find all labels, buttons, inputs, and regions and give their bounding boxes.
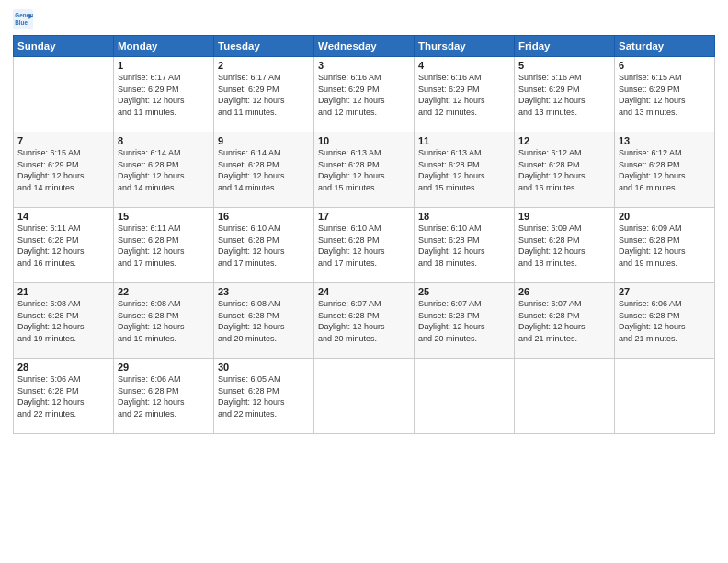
day-info: Sunrise: 6:13 AM Sunset: 6:28 PM Dayligh… (418, 147, 510, 193)
day-number: 9 (218, 135, 310, 146)
calendar-cell: 19Sunrise: 6:09 AM Sunset: 6:28 PM Dayli… (515, 208, 615, 283)
day-info: Sunrise: 6:17 AM Sunset: 6:29 PM Dayligh… (218, 72, 310, 118)
calendar-cell: 4Sunrise: 6:16 AM Sunset: 6:29 PM Daylig… (415, 57, 515, 132)
calendar-cell: 9Sunrise: 6:14 AM Sunset: 6:28 PM Daylig… (214, 132, 314, 208)
day-info: Sunrise: 6:06 AM Sunset: 6:28 PM Dayligh… (619, 298, 711, 344)
day-number: 15 (118, 211, 210, 222)
day-info: Sunrise: 6:08 AM Sunset: 6:28 PM Dayligh… (218, 298, 310, 344)
calendar-cell: 2Sunrise: 6:17 AM Sunset: 6:29 PM Daylig… (214, 57, 314, 132)
day-number: 25 (418, 286, 510, 297)
day-info: Sunrise: 6:06 AM Sunset: 6:28 PM Dayligh… (118, 373, 210, 419)
day-info: Sunrise: 6:16 AM Sunset: 6:29 PM Dayligh… (418, 72, 510, 118)
day-info: Sunrise: 6:07 AM Sunset: 6:28 PM Dayligh… (518, 298, 610, 344)
day-number: 29 (118, 362, 210, 373)
svg-text:Blue: Blue (15, 19, 28, 26)
day-number: 13 (619, 135, 711, 146)
calendar-week-row: 1Sunrise: 6:17 AM Sunset: 6:29 PM Daylig… (14, 57, 715, 132)
calendar-table: SundayMondayTuesdayWednesdayThursdayFrid… (13, 35, 715, 434)
calendar-cell: 16Sunrise: 6:10 AM Sunset: 6:28 PM Dayli… (214, 208, 314, 283)
calendar-cell: 15Sunrise: 6:11 AM Sunset: 6:28 PM Dayli… (114, 208, 214, 283)
day-info: Sunrise: 6:11 AM Sunset: 6:28 PM Dayligh… (118, 223, 210, 269)
day-info: Sunrise: 6:14 AM Sunset: 6:28 PM Dayligh… (218, 147, 310, 193)
weekday-header-cell: Saturday (615, 36, 715, 57)
day-info: Sunrise: 6:05 AM Sunset: 6:28 PM Dayligh… (218, 373, 310, 419)
day-info: Sunrise: 6:16 AM Sunset: 6:29 PM Dayligh… (318, 72, 410, 118)
weekday-header-cell: Tuesday (214, 36, 314, 57)
calendar-cell: 24Sunrise: 6:07 AM Sunset: 6:28 PM Dayli… (314, 283, 415, 359)
calendar-cell: 18Sunrise: 6:10 AM Sunset: 6:28 PM Dayli… (415, 208, 515, 283)
day-info: Sunrise: 6:15 AM Sunset: 6:29 PM Dayligh… (619, 72, 711, 118)
day-number: 16 (218, 211, 310, 222)
day-number: 3 (318, 60, 410, 71)
calendar-cell: 7Sunrise: 6:15 AM Sunset: 6:29 PM Daylig… (14, 132, 114, 208)
calendar-cell: 21Sunrise: 6:08 AM Sunset: 6:28 PM Dayli… (14, 283, 114, 359)
calendar-cell: 23Sunrise: 6:08 AM Sunset: 6:28 PM Dayli… (214, 283, 314, 359)
day-number: 30 (218, 362, 310, 373)
day-info: Sunrise: 6:14 AM Sunset: 6:28 PM Dayligh… (118, 147, 210, 193)
calendar-cell: 3Sunrise: 6:16 AM Sunset: 6:29 PM Daylig… (314, 57, 415, 132)
day-info: Sunrise: 6:08 AM Sunset: 6:28 PM Dayligh… (118, 298, 210, 344)
day-info: Sunrise: 6:10 AM Sunset: 6:28 PM Dayligh… (418, 223, 510, 269)
day-info: Sunrise: 6:08 AM Sunset: 6:28 PM Dayligh… (17, 298, 109, 344)
calendar-cell (515, 359, 615, 434)
day-info: Sunrise: 6:11 AM Sunset: 6:28 PM Dayligh… (17, 223, 109, 269)
weekday-header-cell: Monday (114, 36, 214, 57)
calendar-cell: 20Sunrise: 6:09 AM Sunset: 6:28 PM Dayli… (615, 208, 715, 283)
calendar-cell: 22Sunrise: 6:08 AM Sunset: 6:28 PM Dayli… (114, 283, 214, 359)
calendar-cell (415, 359, 515, 434)
day-number: 11 (418, 135, 510, 146)
weekday-header-cell: Wednesday (314, 36, 415, 57)
day-number: 18 (418, 211, 510, 222)
day-number: 26 (518, 286, 610, 297)
calendar-cell: 28Sunrise: 6:06 AM Sunset: 6:28 PM Dayli… (14, 359, 114, 434)
calendar-cell (615, 359, 715, 434)
calendar-cell: 30Sunrise: 6:05 AM Sunset: 6:28 PM Dayli… (214, 359, 314, 434)
day-info: Sunrise: 6:09 AM Sunset: 6:28 PM Dayligh… (619, 223, 711, 269)
day-info: Sunrise: 6:13 AM Sunset: 6:28 PM Dayligh… (318, 147, 410, 193)
day-number: 12 (518, 135, 610, 146)
calendar-cell: 25Sunrise: 6:07 AM Sunset: 6:28 PM Dayli… (415, 283, 515, 359)
weekday-header-cell: Sunday (14, 36, 114, 57)
calendar-body: 1Sunrise: 6:17 AM Sunset: 6:29 PM Daylig… (14, 57, 715, 434)
day-number: 27 (619, 286, 711, 297)
calendar-cell (14, 57, 114, 132)
day-number: 4 (418, 60, 510, 71)
day-info: Sunrise: 6:10 AM Sunset: 6:28 PM Dayligh… (218, 223, 310, 269)
calendar-cell: 13Sunrise: 6:12 AM Sunset: 6:28 PM Dayli… (615, 132, 715, 208)
day-number: 6 (619, 60, 711, 71)
day-info: Sunrise: 6:10 AM Sunset: 6:28 PM Dayligh… (318, 223, 410, 269)
day-number: 19 (518, 211, 610, 222)
calendar-week-row: 21Sunrise: 6:08 AM Sunset: 6:28 PM Dayli… (14, 283, 715, 359)
day-number: 21 (17, 286, 109, 297)
logo: General Blue (13, 9, 37, 29)
calendar-cell: 17Sunrise: 6:10 AM Sunset: 6:28 PM Dayli… (314, 208, 415, 283)
calendar-week-row: 28Sunrise: 6:06 AM Sunset: 6:28 PM Dayli… (14, 359, 715, 434)
day-number: 2 (218, 60, 310, 71)
day-number: 5 (518, 60, 610, 71)
day-number: 17 (318, 211, 410, 222)
calendar-cell: 29Sunrise: 6:06 AM Sunset: 6:28 PM Dayli… (114, 359, 214, 434)
day-number: 23 (218, 286, 310, 297)
header: General Blue (13, 9, 715, 29)
day-info: Sunrise: 6:07 AM Sunset: 6:28 PM Dayligh… (418, 298, 510, 344)
day-info: Sunrise: 6:17 AM Sunset: 6:29 PM Dayligh… (118, 72, 210, 118)
calendar-cell: 5Sunrise: 6:16 AM Sunset: 6:29 PM Daylig… (515, 57, 615, 132)
day-info: Sunrise: 6:12 AM Sunset: 6:28 PM Dayligh… (619, 147, 711, 193)
day-number: 1 (118, 60, 210, 71)
day-info: Sunrise: 6:07 AM Sunset: 6:28 PM Dayligh… (318, 298, 410, 344)
calendar-cell: 6Sunrise: 6:15 AM Sunset: 6:29 PM Daylig… (615, 57, 715, 132)
day-number: 28 (17, 362, 109, 373)
calendar-cell: 11Sunrise: 6:13 AM Sunset: 6:28 PM Dayli… (415, 132, 515, 208)
weekday-header-cell: Friday (515, 36, 615, 57)
calendar-cell: 1Sunrise: 6:17 AM Sunset: 6:29 PM Daylig… (114, 57, 214, 132)
day-info: Sunrise: 6:09 AM Sunset: 6:28 PM Dayligh… (518, 223, 610, 269)
day-number: 22 (118, 286, 210, 297)
day-info: Sunrise: 6:15 AM Sunset: 6:29 PM Dayligh… (17, 147, 109, 193)
day-number: 20 (619, 211, 711, 222)
day-number: 24 (318, 286, 410, 297)
calendar-cell: 8Sunrise: 6:14 AM Sunset: 6:28 PM Daylig… (114, 132, 214, 208)
page: General Blue SundayMondayTuesdayWednesda… (0, 0, 728, 563)
logo-icon: General Blue (13, 9, 33, 29)
day-info: Sunrise: 6:06 AM Sunset: 6:28 PM Dayligh… (17, 373, 109, 419)
weekday-header-cell: Thursday (415, 36, 515, 57)
